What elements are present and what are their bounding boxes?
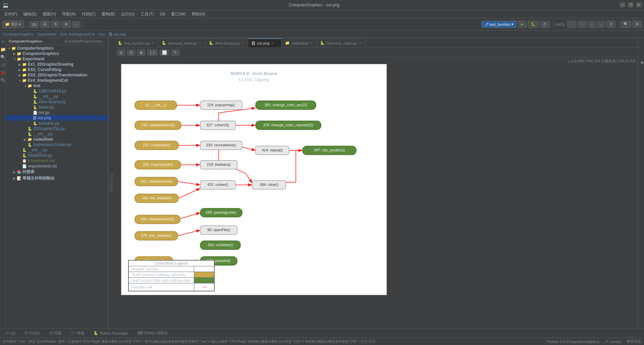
menu-view[interactable]: 视图(V) bbox=[40, 11, 59, 18]
tree-test-folder[interactable]: ▾ 📁 test bbox=[6, 83, 108, 88]
menu-refactor[interactable]: 重构(B) bbox=[99, 11, 118, 18]
zoom-actual-button[interactable]: 1:1 bbox=[147, 50, 158, 56]
tree-ex4[interactable]: ▾ 📁 Ex4_lineSegmentCut bbox=[6, 78, 108, 83]
tab-diamond-origin[interactable]: 🐍 Diamond_origin.py ✕ bbox=[317, 38, 366, 48]
left-icon-5[interactable]: 🐞 bbox=[0, 70, 6, 75]
status-branch[interactable]: ⎇ master bbox=[604, 339, 621, 344]
tab-close-button[interactable]: ✕ bbox=[310, 41, 313, 45]
settings-button[interactable]: ⚙ bbox=[61, 21, 71, 28]
zoom-fit-button[interactable]: ⊡ bbox=[127, 50, 135, 56]
fit-page-button[interactable]: ⬜ bbox=[160, 50, 169, 56]
tab-test-function[interactable]: 🐍 test_function.py ✕ bbox=[114, 38, 158, 48]
legend-trunk-label: Trunk function (nothing calls this) bbox=[129, 272, 194, 278]
menu-run[interactable]: 运行(U) bbox=[118, 11, 138, 18]
settings2-button[interactable]: ⚙ bbox=[633, 21, 642, 28]
tree-init-py[interactable]: ▶ 🐍 __init__.py bbox=[6, 94, 108, 99]
project-button[interactable]: 📁 项目 ▾ bbox=[2, 20, 24, 28]
menu-git[interactable]: Git bbox=[157, 11, 168, 17]
tree-1980744819[interactable]: ▶ 🐍 1980744819.py bbox=[6, 88, 108, 94]
left-icon-1[interactable]: ≡ bbox=[2, 39, 4, 44]
git-x-button[interactable]: ✕ bbox=[578, 21, 587, 28]
tab-close-button[interactable]: ✕ bbox=[199, 41, 202, 45]
nav-list-button[interactable]: ☰ bbox=[40, 21, 50, 28]
breadcrumb-item-ex4[interactable]: Ex4_lineSegmentCut bbox=[60, 32, 95, 36]
collapse-button[interactable]: − bbox=[72, 21, 80, 28]
tab-git[interactable]: ⎇ Git bbox=[3, 330, 17, 336]
tab-terminal[interactable]: ⬛ 终端 bbox=[69, 330, 86, 336]
debug-button[interactable]: 🐛 bbox=[528, 21, 539, 28]
left-icon-3[interactable]: 🔍 bbox=[0, 55, 6, 60]
menu-code[interactable]: 代码(C) bbox=[79, 11, 98, 18]
tree-computerGraphics-root[interactable]: ▾ 📁 ComputerGraphics bbox=[6, 46, 108, 51]
run-button[interactable]: ▶ bbox=[518, 21, 527, 28]
profile-button[interactable]: ⏱ bbox=[540, 21, 550, 28]
tree-2dgraphicclip[interactable]: ▶ 🐍 2DGraphicClip.py bbox=[6, 126, 108, 131]
tab-close-button[interactable]: ✕ bbox=[152, 41, 155, 45]
tree-out-gv[interactable]: ▶ 📄 out.gv bbox=[6, 110, 108, 115]
maximize-button[interactable]: ❐ bbox=[628, 2, 633, 8]
tab-todo[interactable]: ☑ TODO bbox=[22, 330, 42, 336]
tree-computergraphics[interactable]: ▶ 📁 ComputerGraphics bbox=[6, 51, 108, 56]
tree-ex1[interactable]: ▶ 📁 Ex1_2DGraphicDrawing bbox=[6, 62, 108, 67]
menu-navigate[interactable]: 导航(N) bbox=[59, 11, 78, 18]
tab-code2flow[interactable]: 📁 code2flow ✕ bbox=[282, 38, 317, 48]
zoom-in-button[interactable]: ⊕ bbox=[137, 50, 145, 56]
tree-external-libs[interactable]: ▶ 📚 外部库 bbox=[6, 169, 108, 175]
tree-experiment-md[interactable]: ▶ 📋 Experiment.md bbox=[6, 158, 108, 163]
breadcrumb-item-experiment[interactable]: Experiment bbox=[38, 32, 56, 36]
tree-globaltest[interactable]: ▶ 🐍 GlobalTest.py bbox=[6, 153, 108, 158]
eyedropper-button[interactable]: ✎ bbox=[171, 50, 179, 56]
tree-alvin-buana[interactable]: ▶ 🐍 Alvin-Buana.py bbox=[6, 99, 108, 105]
tree-init-py3[interactable]: ▶ 🐍 __init__.py bbox=[6, 147, 108, 153]
close-button[interactable]: ✕ bbox=[636, 2, 641, 8]
tab-close-button[interactable]: ✕ bbox=[271, 41, 274, 46]
tree-sutherland[interactable]: ▶ 🐍 Sutherland-Cohen.py bbox=[6, 142, 108, 147]
breadcrumb-item-test[interactable]: test bbox=[99, 32, 105, 36]
tree-label: Experiment.md bbox=[28, 158, 55, 163]
status-python[interactable]: Python 3.9 (ComputerGraphics) bbox=[547, 339, 599, 344]
tab-python-packages[interactable]: 🐍 Python Packages bbox=[92, 330, 130, 336]
right-sidebar-label[interactable]: ▶ bbox=[638, 58, 644, 68]
git-check-button[interactable]: ✓ bbox=[567, 21, 576, 28]
tree-requirements[interactable]: ▶ 📄 requirements.txt bbox=[6, 163, 108, 169]
nav-sort-button[interactable]: ⇅ bbox=[51, 21, 60, 28]
menu-tools[interactable]: 工具(T) bbox=[138, 11, 156, 18]
tree-zanuarts[interactable]: ▶ 🐍 zanuarts.py bbox=[6, 121, 108, 126]
tree-out-png[interactable]: ▶ 🖼 out.png bbox=[6, 115, 108, 121]
pull-request-label: Pull Request bbox=[110, 174, 113, 193]
left-icon-6[interactable]: 🔌 bbox=[0, 78, 6, 83]
git-push-button[interactable]: ↑ bbox=[588, 21, 596, 28]
branch-button[interactable]: ⎇ test_function ▾ bbox=[481, 21, 517, 28]
tree-init-py2[interactable]: ▶ 🐍 __init__.py bbox=[6, 131, 108, 137]
tree-label: GlobalTest.py bbox=[28, 153, 52, 158]
git-pull-button[interactable]: ↓ bbox=[597, 21, 605, 28]
search-button[interactable]: 🔍 bbox=[621, 21, 631, 28]
pull-request-bar[interactable]: Pull Request bbox=[108, 38, 114, 328]
breadcrumb-item-png[interactable]: 🖼 out.png bbox=[109, 32, 126, 36]
tab-alvin-buana[interactable]: 🐍 Alvin-Buana.py ✕ bbox=[205, 38, 248, 48]
menu-window[interactable]: 窗口(W) bbox=[168, 11, 188, 18]
status-event-log[interactable]: 事件日志 bbox=[627, 339, 641, 344]
tab-close-button[interactable]: ✕ bbox=[359, 41, 362, 45]
tab-problems[interactable]: ⓪ 问题 bbox=[47, 330, 63, 336]
tree-ex2[interactable]: ▶ 📁 EX2_CurveFitting bbox=[6, 67, 108, 72]
tree-code2flow[interactable]: ▶ 📁 code2flow bbox=[6, 137, 108, 142]
nav-back-button[interactable]: 🖂 bbox=[29, 21, 39, 28]
left-icon-4[interactable]: ⎇ bbox=[0, 62, 5, 67]
menu-file[interactable]: 文件(F) bbox=[1, 11, 20, 18]
tree-drafts[interactable]: ▶ 📝 草稿文件和控制台 bbox=[6, 175, 108, 182]
menu-help[interactable]: 帮助(H) bbox=[189, 11, 208, 18]
menu-edit[interactable]: 编辑(E) bbox=[20, 11, 39, 18]
tab-python-console[interactable]: ⌨ Python 控制台 bbox=[136, 330, 170, 336]
zoom-out-button[interactable]: ⊖ bbox=[117, 50, 125, 56]
tree-ex3[interactable]: ▶ 📁 EX3_2DGraphicTransformation bbox=[6, 72, 108, 78]
git-history-button[interactable]: ↺ bbox=[606, 21, 615, 28]
tab-out-png[interactable]: 🖼 out.png ✕ bbox=[248, 38, 282, 48]
breadcrumb-item-root[interactable]: ComputerGraphics bbox=[3, 32, 34, 36]
tab-close-button[interactable]: ✕ bbox=[241, 41, 245, 45]
tab-diamond-draw[interactable]: 🐍 diamond_draw.py ✕ bbox=[158, 38, 205, 48]
left-icon-2[interactable]: 📁 bbox=[0, 47, 6, 52]
tree-experiment[interactable]: ▾ 📁 Experiment bbox=[6, 56, 108, 62]
minimize-button[interactable]: — bbox=[620, 2, 625, 8]
tree-liuwei[interactable]: ▶ 🐍 liuwei.py bbox=[6, 105, 108, 110]
